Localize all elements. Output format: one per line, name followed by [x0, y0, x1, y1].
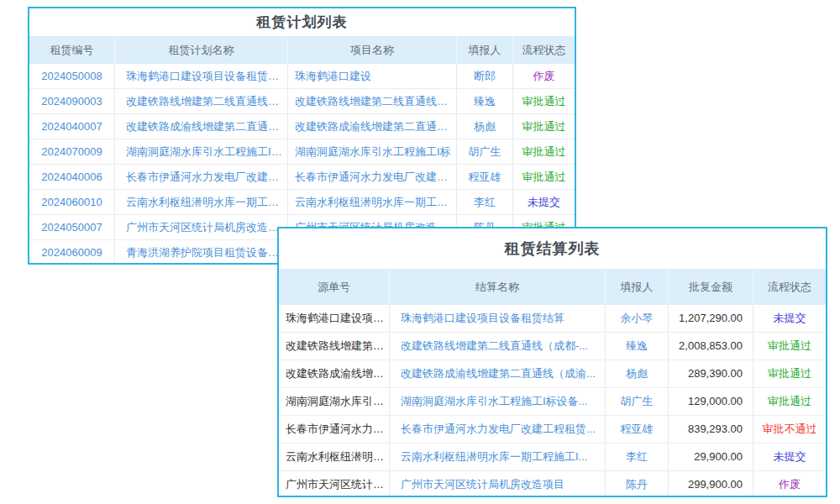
plan-name-link[interactable]: 云南水利枢纽潜明水库一期工程施工I标租... — [115, 190, 288, 214]
status-badge: 审批通过 — [753, 333, 826, 360]
settlement-name-link[interactable]: 广州市天河区统计局机房改造项目 — [390, 471, 606, 497]
rental-plan-list-panel: 租赁计划列表 租赁编号 租赁计划名称 项目名称 填报人 流程状态 2024050… — [28, 7, 576, 265]
plan-id-link[interactable]: 2024060009 — [29, 240, 115, 265]
source-number-text: 改建铁路线增建第二线直... — [279, 333, 390, 360]
reporter-text: 断郎 — [457, 64, 513, 88]
amount-text: 129,000.00 — [669, 388, 753, 415]
reporter-text: 臻逸 — [606, 333, 669, 360]
status-badge: 审批通过 — [753, 388, 826, 415]
status-badge: 作废 — [753, 471, 826, 497]
reporter-text: 李红 — [457, 190, 513, 214]
column-header-plan-id: 租赁编号 — [29, 36, 115, 64]
status-badge: 审批通过 — [513, 165, 575, 189]
status-badge: 审批不通过 — [753, 416, 826, 443]
source-number-text: 珠海鹤港口建设项目设备... — [279, 305, 390, 332]
plan-table-row: 2024050008 珠海鹤港口建设项目设备租赁计划 珠海鹤港口建设 断郎 作废 — [29, 64, 575, 89]
status-badge: 未提交 — [513, 190, 575, 214]
settlement-table-row: 珠海鹤港口建设项目设备... 珠海鹤港口建设项目设备租赁结算 余小琴 1,207… — [279, 305, 826, 333]
plan-id-link[interactable]: 2024040006 — [29, 165, 115, 189]
settlement-table-row: 湖南洞庭湖水库引水工程... 湖南洞庭湖水库引水工程施工I标设备... 胡广生 … — [279, 388, 826, 416]
column-header-reporter: 填报人 — [457, 36, 513, 64]
reporter-text: 杨彪 — [606, 360, 669, 387]
status-badge: 审批通过 — [513, 114, 575, 139]
plan-name-link[interactable]: 湖南洞庭湖水库引水工程施工I标设备租赁... — [115, 139, 288, 164]
plan-id-link[interactable]: 2024060010 — [29, 190, 115, 214]
rental-settlement-list-panel: 租赁结算列表 源单号 结算名称 填报人 批复金额 流程状态 珠海鹤港口建设项目设… — [277, 227, 827, 497]
plan-id-link[interactable]: 2024050008 — [29, 64, 115, 88]
plan-table-row: 2024040006 长春市伊通河水力发电厂改建工程租赁设... 长春市伊通河水… — [29, 165, 575, 190]
project-name-link[interactable]: 珠海鹤港口建设 — [288, 64, 457, 88]
status-badge: 作废 — [513, 64, 575, 88]
project-name-link[interactable]: 改建铁路成渝线增建第二直通线（成... — [288, 114, 457, 139]
plan-table-row: 2024070009 湖南洞庭湖水库引水工程施工I标设备租赁... 湖南洞庭湖水… — [29, 139, 575, 165]
column-header-status: 流程状态 — [753, 269, 826, 305]
project-name-link[interactable]: 湖南洞庭湖水库引水工程施工I标 — [288, 139, 457, 164]
status-badge: 审批通过 — [753, 360, 826, 387]
plan-name-link[interactable]: 改建铁路成渝线增建第二直通线（成渝枢... — [115, 114, 288, 139]
project-name-link[interactable]: 长春市伊通河水力发电厂改建工程 — [288, 165, 457, 189]
settlement-name-link[interactable]: 云南水利枢纽潜明水库一期工程施工I... — [390, 444, 606, 470]
status-badge: 未提交 — [753, 305, 826, 332]
settlement-table-header: 源单号 结算名称 填报人 批复金额 流程状态 — [279, 269, 826, 305]
reporter-text: 余小琴 — [606, 305, 669, 332]
amount-text: 839,293.00 — [669, 416, 753, 443]
amount-text: 299,900.00 — [669, 471, 753, 497]
status-badge: 审批通过 — [513, 89, 575, 113]
settlement-table-row: 改建铁路成渝线增建第二... 改建铁路成渝线增建第二直通线（成渝... 杨彪 2… — [279, 360, 826, 388]
column-header-approved-amount: 批复金额 — [669, 269, 753, 305]
source-number-text: 云南水利枢纽潜明水库一... — [279, 444, 390, 470]
plan-name-link[interactable]: 长春市伊通河水力发电厂改建工程租赁设... — [115, 165, 288, 189]
settlement-table-row: 广州市天河区统计局机房... 广州市天河区统计局机房改造项目 陈丹 299,90… — [279, 471, 826, 497]
amount-text: 289,390.00 — [669, 360, 753, 387]
status-badge: 未提交 — [753, 444, 826, 470]
plan-id-link[interactable]: 2024050007 — [29, 215, 115, 239]
plan-table-row: 2024060010 云南水利枢纽潜明水库一期工程施工I标租... 云南水利枢纽… — [29, 190, 575, 215]
amount-text: 1,207,290.00 — [669, 305, 753, 332]
settlement-name-link[interactable]: 湖南洞庭湖水库引水工程施工I标设备... — [390, 388, 606, 415]
column-header-reporter: 填报人 — [606, 269, 669, 305]
rental-plan-table-header: 租赁编号 租赁计划名称 项目名称 填报人 流程状态 — [29, 36, 575, 64]
plan-table-row: 2024040007 改建铁路成渝线增建第二直通线（成渝枢... 改建铁路成渝线… — [29, 114, 575, 139]
plan-name-link[interactable]: 珠海鹤港口建设项目设备租赁计划 — [115, 64, 288, 88]
reporter-text: 陈丹 — [606, 471, 669, 497]
settlement-name-link[interactable]: 珠海鹤港口建设项目设备租赁结算 — [390, 305, 606, 332]
reporter-text: 程亚雄 — [606, 416, 669, 443]
reporter-text: 程亚雄 — [457, 165, 513, 189]
column-header-project-name: 项目名称 — [288, 36, 457, 64]
amount-text: 2,008,853.00 — [669, 333, 753, 360]
reporter-text: 胡广生 — [606, 388, 669, 415]
project-name-link[interactable]: 改建铁路线增建第二线直通线（成都-... — [288, 89, 457, 113]
column-header-source-number: 源单号 — [279, 269, 390, 305]
column-header-settlement-name: 结算名称 — [390, 269, 606, 305]
source-number-text: 长春市伊通河水力发电厂... — [279, 416, 390, 443]
source-number-text: 改建铁路成渝线增建第二... — [279, 360, 390, 387]
amount-text: 29,900.00 — [669, 444, 753, 470]
reporter-text: 李红 — [606, 444, 669, 470]
settlement-name-link[interactable]: 长春市伊通河水力发电厂改建工程租赁... — [390, 416, 606, 443]
plan-id-link[interactable]: 2024040007 — [29, 114, 115, 139]
plan-name-link[interactable]: 广州市天河区统计局机房改造项目 — [115, 215, 288, 239]
plan-name-link[interactable]: 青海洪湖养护院项目租赁设备计划 — [115, 240, 288, 265]
column-header-status: 流程状态 — [513, 36, 575, 64]
status-badge: 审批通过 — [513, 139, 575, 164]
reporter-text: 胡广生 — [457, 139, 513, 164]
column-header-plan-name: 租赁计划名称 — [115, 36, 288, 64]
source-number-text: 湖南洞庭湖水库引水工程... — [279, 388, 390, 415]
settlement-name-link[interactable]: 改建铁路线增建第二线直通线（成都-... — [390, 333, 606, 360]
plan-id-link[interactable]: 2024070009 — [29, 139, 115, 164]
source-number-text: 广州市天河区统计局机房... — [279, 471, 390, 497]
plan-name-link[interactable]: 改建铁路线增建第二线直通线（成都-西安... — [115, 89, 288, 113]
rental-plan-list-title: 租赁计划列表 — [29, 8, 575, 36]
settlement-table-row: 改建铁路线增建第二线直... 改建铁路线增建第二线直通线（成都-... 臻逸 2… — [279, 333, 826, 360]
settlement-name-link[interactable]: 改建铁路成渝线增建第二直通线（成渝... — [390, 360, 606, 387]
reporter-text: 臻逸 — [457, 89, 513, 113]
settlement-table-row: 长春市伊通河水力发电厂... 长春市伊通河水力发电厂改建工程租赁... 程亚雄 … — [279, 416, 826, 444]
plan-table-row: 2024090003 改建铁路线增建第二线直通线（成都-西安... 改建铁路线增… — [29, 89, 575, 114]
reporter-text: 杨彪 — [457, 114, 513, 139]
project-name-link[interactable]: 云南水利枢纽潜明水库一期工程施工I标 — [288, 190, 457, 214]
settlement-table-row: 云南水利枢纽潜明水库一... 云南水利枢纽潜明水库一期工程施工I... 李红 2… — [279, 444, 826, 471]
plan-id-link[interactable]: 2024090003 — [29, 89, 115, 113]
rental-settlement-list-title: 租赁结算列表 — [279, 228, 826, 269]
